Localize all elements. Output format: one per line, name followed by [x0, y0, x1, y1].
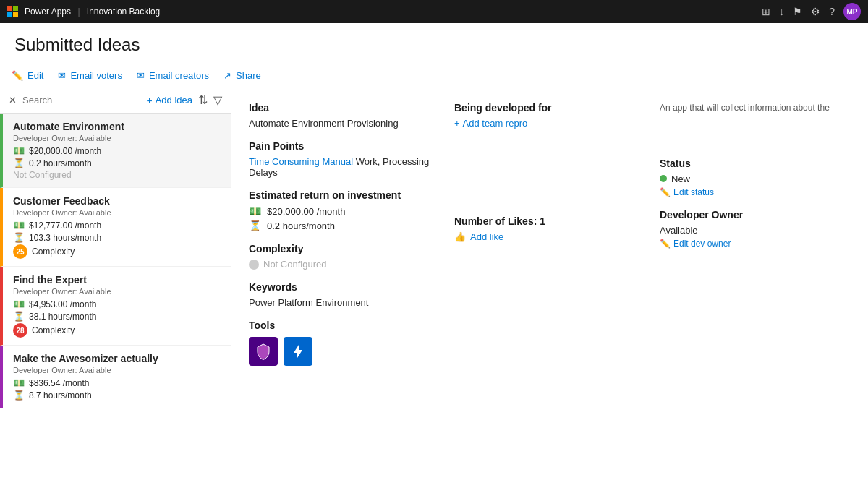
dev-owner-label: Developer Owner: [660, 209, 851, 220]
roi-hours-icon: ⏳: [249, 220, 261, 231]
complexity-badge: 28: [13, 323, 27, 338]
list-item[interactable]: Customer Feedback Developer Owner: Avail…: [0, 188, 231, 267]
roi-section: Estimated return on investment 💵 $20,000…: [249, 189, 440, 231]
idea-meta: Developer Owner: Available: [13, 208, 221, 217]
idea-stats: 💵 $4,953.00 /month ⏳ 38.1 hours/month 28…: [13, 299, 221, 338]
cost-icon: 💵: [13, 377, 25, 388]
pain-points-label: Pain Points: [249, 140, 440, 152]
roi-cost-icon: 💵: [249, 205, 261, 217]
detail-col-2: Being developed for + Add team repro Num…: [454, 102, 645, 477]
edit-button[interactable]: ✏️ Edit: [12, 70, 43, 81]
email-voters-icon: ✉: [58, 70, 66, 81]
idea-hours: 8.7 hours/month: [29, 390, 92, 401]
sidebar-toolbar: ✕ + Add idea ⇅ ▽: [0, 87, 231, 114]
idea-stats: 💵 $20,000.00 /month ⏳ 0.2 hours/month No…: [13, 145, 221, 180]
edit-status-icon: ✏️: [660, 187, 671, 197]
help-icon[interactable]: ?: [829, 6, 835, 17]
cost-icon: 💵: [13, 299, 25, 309]
topbar: Power Apps | Innovation Backlog ⊞ ↓ ⚑ ⚙ …: [0, 0, 868, 23]
roi-cost: $20,000.00 /month: [267, 206, 345, 217]
complexity-value: Not Configured: [13, 170, 72, 180]
edit-icon: ✏️: [12, 70, 23, 81]
page-title: Submitted Ideas: [14, 35, 854, 55]
status-dot: [660, 175, 667, 182]
pain-points-value: Time Consuming Manual Work, Processing D…: [249, 156, 440, 178]
idea-list: Automate Environment Developer Owner: Av…: [0, 114, 231, 492]
idea-name: Make the Awesomizer actually: [13, 353, 221, 364]
idea-name: Find the Expert: [13, 274, 221, 286]
complexity-label: Complexity: [32, 325, 75, 335]
hours-icon: ⏳: [13, 232, 25, 243]
email-creators-icon: ✉: [137, 70, 145, 81]
cost-icon: 💵: [13, 145, 25, 156]
add-team-icon: +: [454, 118, 460, 129]
complexity-label: Complexity: [249, 243, 440, 254]
being-developed-label: Being developed for: [454, 102, 645, 114]
sidebar: ✕ + Add idea ⇅ ▽ Automate Environment De…: [0, 87, 231, 492]
idea-cost: $836.54 /month: [29, 378, 89, 388]
email-creators-button[interactable]: ✉ Email creators: [137, 70, 209, 81]
edit-dev-owner-button[interactable]: ✏️ Edit dev owner: [660, 239, 851, 249]
add-like-button[interactable]: 👍 Add like: [454, 231, 645, 242]
idea-stats: 💵 $12,777.00 /month ⏳ 103.3 hours/month …: [13, 220, 221, 259]
roi-hours: 0.2 hours/month: [267, 220, 335, 231]
complexity-section: Complexity Not Configured: [249, 243, 440, 270]
brand-app: Power Apps: [25, 7, 71, 17]
keywords-label: Keywords: [249, 281, 440, 293]
brand-title: Innovation Backlog: [87, 7, 160, 17]
clear-search-icon[interactable]: ✕: [9, 95, 17, 106]
list-item[interactable]: Make the Awesomizer actually Developer O…: [0, 346, 231, 408]
detail-panel: Idea Automate Environment Provisioning P…: [231, 87, 868, 492]
add-team-repro-button[interactable]: + Add team repro: [454, 118, 645, 129]
email-voters-button[interactable]: ✉ Email voters: [58, 70, 122, 81]
idea-value: Automate Environment Provisioning: [249, 118, 440, 129]
complexity-circle: [249, 260, 259, 270]
flow-tool-icon[interactable]: [284, 337, 312, 366]
flag-icon[interactable]: ⚑: [793, 6, 802, 17]
microsoft-logo: [7, 6, 19, 17]
keywords-section: Keywords Power Platform Environment: [249, 281, 440, 308]
sort-button[interactable]: ⇅: [198, 93, 208, 107]
main-layout: ✕ + Add idea ⇅ ▽ Automate Environment De…: [0, 87, 868, 492]
idea-section: Idea Automate Environment Provisioning: [249, 102, 440, 129]
add-icon: +: [147, 95, 153, 106]
tools-section: Tools: [249, 320, 440, 366]
monitor-icon[interactable]: ⊞: [762, 6, 770, 17]
idea-hours: 0.2 hours/month: [29, 158, 92, 168]
status-section: Status New ✏️ Edit status: [660, 158, 851, 197]
edit-status-button[interactable]: ✏️ Edit status: [660, 187, 851, 197]
idea-hours: 103.3 hours/month: [29, 233, 101, 243]
roi-label: Estimated return on investment: [249, 189, 440, 201]
page-header: Submitted Ideas: [0, 23, 868, 64]
idea-cost: $20,000.00 /month: [29, 146, 101, 156]
hours-icon: ⏳: [13, 158, 25, 168]
idea-cost: $4,953.00 /month: [29, 299, 96, 309]
add-idea-button[interactable]: + Add idea: [147, 95, 193, 106]
action-bar: ✏️ Edit ✉ Email voters ✉ Email creators …: [0, 64, 868, 87]
idea-name: Customer Feedback: [13, 195, 221, 207]
idea-hours: 38.1 hours/month: [29, 312, 96, 322]
brand-text: Power Apps | Innovation Backlog: [25, 7, 160, 17]
list-item[interactable]: Automate Environment Developer Owner: Av…: [0, 114, 231, 188]
app-description: An app that will collect information abo…: [660, 102, 851, 114]
search-input[interactable]: [22, 95, 79, 106]
settings-icon[interactable]: ⚙: [811, 6, 820, 17]
search-bar: [22, 95, 79, 106]
filter-button[interactable]: ▽: [213, 93, 222, 107]
cost-icon: 💵: [13, 220, 25, 231]
idea-label: Idea: [249, 102, 440, 114]
being-developed-section: Being developed for + Add team repro: [454, 102, 645, 129]
detail-col-3: An app that will collect information abo…: [660, 102, 851, 477]
list-item[interactable]: Find the Expert Developer Owner: Availab…: [0, 267, 231, 346]
idea-cost: $12,777.00 /month: [29, 220, 101, 231]
status-value: New: [660, 174, 851, 184]
complexity-value: Not Configured: [263, 259, 326, 270]
app-desc-section: An app that will collect information abo…: [660, 102, 851, 114]
download-icon[interactable]: ↓: [779, 6, 784, 17]
idea-name: Automate Environment: [13, 121, 221, 132]
share-button[interactable]: ↗ Share: [224, 70, 261, 81]
shield-tool-icon[interactable]: [249, 337, 278, 366]
keywords-value: Power Platform Environment: [249, 297, 440, 308]
avatar[interactable]: MP: [843, 3, 861, 20]
brand-separator: |: [77, 7, 80, 17]
